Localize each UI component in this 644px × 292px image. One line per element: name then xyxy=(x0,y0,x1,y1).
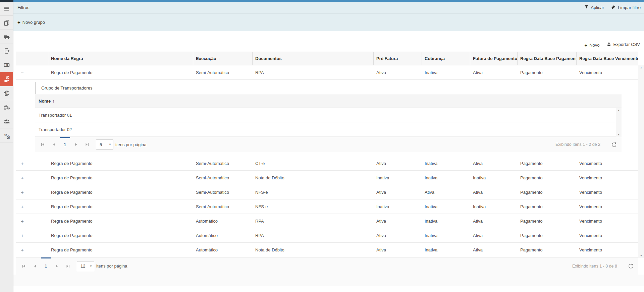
delivery-truck-icon xyxy=(3,104,10,111)
cell-regra_data_base_pagamento: Pagamento xyxy=(518,199,577,214)
subgrid-go-to-last-page-button[interactable] xyxy=(82,137,93,152)
cell-documentos: RPA xyxy=(253,214,374,228)
subgrid-go-to-previous-page-button[interactable] xyxy=(48,137,59,152)
table-row: +Regra de PagamentoAutomáticoRPAAtivaIna… xyxy=(16,214,638,228)
cell-fatura_de_pagamento: Ativa xyxy=(470,65,518,79)
cell-cobranca: Inativa xyxy=(422,171,470,185)
expand-row-button[interactable]: + xyxy=(16,243,48,257)
expand-row-button[interactable]: + xyxy=(16,199,48,214)
subgrid-go-to-first-page-button[interactable] xyxy=(37,137,48,152)
subgrid-pager: 15▼itens por páginaExibindo itens 1 - 2 … xyxy=(35,137,622,152)
column-header-regra_data_base_vencimento[interactable]: Regra Data Base Vencimento xyxy=(577,52,638,65)
scroll-down-icon[interactable]: ▼ xyxy=(640,254,642,257)
expand-row-button[interactable]: + xyxy=(16,214,48,228)
sidebar-item-menu[interactable] xyxy=(0,2,13,16)
expand-row-button[interactable]: + xyxy=(16,156,48,170)
sidebar-item-money-sync[interactable]: $ xyxy=(0,86,13,100)
cell-documentos: RPA xyxy=(253,65,374,79)
cell-nome: Regra de Pagamento xyxy=(48,171,193,185)
column-header-documentos[interactable]: Documentos xyxy=(253,52,374,65)
cell-fatura_de_pagamento: Ativa xyxy=(470,228,518,242)
column-header-label: Cobrança xyxy=(425,56,445,61)
subgrid-column-header-nome[interactable]: Nome↑ xyxy=(35,94,622,108)
users-icon xyxy=(3,118,10,125)
subgrid-go-to-next-page-button[interactable] xyxy=(70,137,82,152)
svg-text:$: $ xyxy=(6,92,7,94)
column-header-nome[interactable]: Nome da Regra xyxy=(48,52,193,65)
cell-cobranca: Inativa xyxy=(422,156,470,170)
clear-filter-button[interactable]: Limpar filtro xyxy=(611,5,641,10)
sidebar-item-users[interactable] xyxy=(0,114,13,128)
sidebar-item-hand-coin[interactable]: $ xyxy=(0,72,13,86)
sort-asc-icon: ↑ xyxy=(218,56,220,61)
column-header-label: Pré Fatura xyxy=(376,56,398,61)
grid-go-to-first-page-button[interactable] xyxy=(18,257,29,275)
column-header-pre_fatura[interactable]: Pré Fatura xyxy=(374,52,422,65)
sidebar-item-copy-documents[interactable] xyxy=(0,16,13,30)
subgrid-page-size-dropdown[interactable]: 5▼ xyxy=(96,139,113,150)
new-rule-label: Novo xyxy=(589,43,599,48)
scroll-down-icon[interactable]: ▼ xyxy=(618,133,620,136)
subgrid-vertical-scrollbar[interactable]: ▲▼ xyxy=(616,108,622,137)
filters-panel: + Novo grupo xyxy=(13,13,644,31)
truck-icon xyxy=(3,34,10,40)
subgrid-current-page-button[interactable]: 1 xyxy=(59,137,70,152)
grid-go-to-last-page-button[interactable] xyxy=(62,257,73,275)
expand-row-button[interactable]: + xyxy=(16,228,48,242)
subgrid-column-header-label: Nome xyxy=(39,99,51,104)
column-header-cobranca[interactable]: Cobrança xyxy=(422,52,470,65)
column-header-label: Nome da Regra xyxy=(51,56,83,61)
sidebar-item-document-export[interactable] xyxy=(0,44,13,58)
grid-go-to-next-page-button[interactable] xyxy=(51,257,62,275)
collapse-row-button[interactable]: − xyxy=(16,65,48,79)
svg-text:1: 1 xyxy=(6,64,7,66)
column-header-fatura_de_pagamento[interactable]: Fatura de Pagamento xyxy=(470,52,518,65)
sidebar-item-settings-gears[interactable]: ⚙⚙ xyxy=(0,128,13,142)
export-csv-button[interactable]: Exportar CSV xyxy=(606,41,640,48)
expand-row-button[interactable]: + xyxy=(16,185,48,199)
plus-icon: + xyxy=(584,43,587,48)
new-group-button[interactable]: + Novo grupo xyxy=(17,20,45,25)
cell-nome: Regra de Pagamento xyxy=(48,65,193,79)
grid-refresh-button[interactable] xyxy=(628,263,634,269)
grid-page-status: Exibindo itens 1 - 8 de 8 xyxy=(572,264,617,269)
sidebar-item-banknote[interactable]: 1 xyxy=(0,58,13,72)
cell-execucao: Semi-Automático xyxy=(193,156,253,170)
table-row: +Regra de PagamentoSemi-AutomáticoNFS-eI… xyxy=(16,199,638,214)
column-header-label: Regra Data Base Vencimento xyxy=(579,56,638,61)
filters-header: Filtros Aplicar Limpar filtro xyxy=(13,2,644,13)
column-header-label: Fatura de Pagamento xyxy=(473,56,517,61)
cell-documentos: NFS-e xyxy=(253,185,374,199)
column-header-label: Regra Data Base Pagamento xyxy=(520,56,577,61)
cell-cobranca: Inativa xyxy=(422,199,470,214)
grid-go-to-previous-page-button[interactable] xyxy=(29,257,40,275)
grid-current-page-button[interactable]: 1 xyxy=(40,257,51,275)
cell-nome: Regra de Pagamento xyxy=(48,228,193,242)
tab-grupo-de-transportadores[interactable]: Grupo de Transportadores xyxy=(35,82,98,94)
column-header-execucao[interactable]: Execução↑ xyxy=(193,52,253,65)
scroll-up-icon[interactable]: ▲ xyxy=(640,66,642,69)
subgrid-refresh-button[interactable] xyxy=(611,142,617,148)
scroll-up-icon[interactable]: ▲ xyxy=(618,109,620,111)
cell-regra_data_base_pagamento: Pagamento xyxy=(518,156,577,170)
sidebar-item-truck[interactable] xyxy=(0,30,13,44)
transporters-subgrid: Nome↑Transportador 01Transportador 02▲▼1… xyxy=(35,94,622,152)
subgrid-row[interactable]: Transportador 01 xyxy=(35,108,622,122)
cell-nome: Regra de Pagamento xyxy=(48,156,193,170)
cell-pre_fatura: Ativa xyxy=(374,185,422,199)
grid-items-per-page-label: itens por página xyxy=(96,264,127,269)
new-group-label: Novo grupo xyxy=(22,20,45,25)
grid-page-size-dropdown[interactable]: 12▼ xyxy=(77,261,94,271)
column-header-regra_data_base_pagamento[interactable]: Regra Data Base Pagamento xyxy=(518,52,577,65)
chevron-down-icon: ▼ xyxy=(107,143,113,146)
cell-documentos: CT-e xyxy=(253,156,374,170)
apply-filter-button[interactable]: Aplicar xyxy=(584,5,604,10)
new-rule-button[interactable]: + Novo xyxy=(584,43,599,48)
grid-vertical-scrollbar[interactable]: ▲ ▼ xyxy=(638,65,644,258)
cell-execucao: Automático xyxy=(193,243,253,257)
sidebar-item-delivery-truck[interactable] xyxy=(0,100,13,114)
subgrid-row[interactable]: Transportador 02 xyxy=(35,122,622,137)
chevron-down-icon: ▼ xyxy=(88,265,94,268)
sidebar: 1$$⚙⚙ xyxy=(0,2,13,292)
expand-row-button[interactable]: + xyxy=(16,171,48,185)
